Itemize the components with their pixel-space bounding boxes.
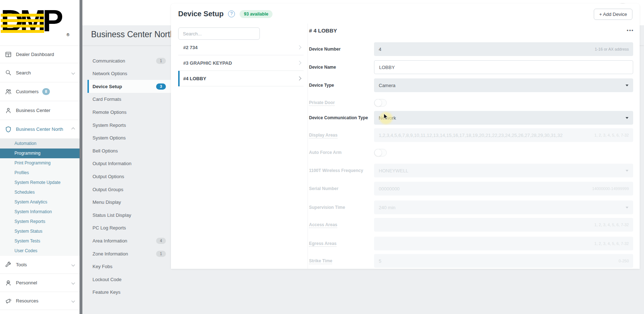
nav-item-zone-information[interactable]: Zone Information1 [87, 247, 171, 260]
dmp-logo[interactable]: DMP ® [1, 3, 70, 39]
nav-item-key-fobs[interactable]: Key Fobs [87, 260, 171, 273]
sidebar-item-dealer-dashboard[interactable]: Dealer Dashboard [0, 46, 80, 63]
field-private-door: Private Door [309, 96, 633, 109]
nav-item-system-options[interactable]: System Options [87, 132, 171, 145]
nav-item-status-list-display[interactable]: Status List Display [87, 208, 171, 221]
sidebar-subitem-schedules[interactable]: Schedules [0, 188, 80, 197]
business-center-north-submenu: AutomationProgrammingPrint ProgrammingPr… [0, 139, 80, 256]
device-name-input[interactable]: LOBBY [374, 60, 633, 74]
sidebar-item-label: Personnel [16, 280, 37, 285]
tools-icon [5, 262, 12, 268]
field-hint: 0-250 [619, 259, 629, 263]
resources-icon [5, 298, 12, 304]
access-areas-input: 1, 2, 3, 4, 5, 6, 7-32 [374, 218, 633, 232]
device-setup-title: Device Setup [178, 10, 224, 18]
device-setup-panel: Device Setup ? 93 available + Add Device… [171, 4, 640, 269]
dropdown-caret-icon [626, 85, 628, 86]
nav-item-output-groups[interactable]: Output Groups [87, 183, 171, 196]
count-badge: 4 [156, 238, 166, 244]
sidebar-subitem-user-codes[interactable]: User Codes [0, 246, 80, 256]
sidebar-item-personnel[interactable]: Personnel [0, 274, 80, 292]
nav-item-device-setup[interactable]: Device Setup3 [87, 80, 171, 93]
device-number-input[interactable]: 41-16 or AX address [374, 42, 633, 56]
help-icon[interactable]: ? [228, 10, 235, 17]
chevron-down-icon [72, 263, 75, 267]
available-badge: 93 available [240, 10, 272, 18]
nav-item-remote-options[interactable]: Remote Options [87, 106, 171, 119]
nav-item-label: Lockout Code [93, 277, 121, 282]
field-label: Display Areas [309, 128, 371, 142]
display-areas-input: 1,2,3,4,5,6,7,8,9,10,11,12,13,14,15,16,1… [374, 128, 633, 142]
field-label: Strike Time [309, 254, 371, 268]
count-badge: 1 [156, 58, 166, 64]
nav-item-output-information[interactable]: Output Information [87, 157, 171, 170]
sidebar-item-business-center-north[interactable]: Business Center North [0, 120, 80, 139]
sidebar-subitem-programming[interactable]: Programming [0, 149, 80, 158]
field-hint: 1-16 or AX address [595, 47, 629, 51]
personnel-icon [5, 280, 12, 286]
nav-item-label: System Options [93, 135, 126, 141]
sidebar-subitem-system-remote-update[interactable]: System Remote Update [0, 178, 80, 188]
nav-item-menu-display[interactable]: Menu Display [87, 196, 171, 209]
nav-item-bell-options[interactable]: Bell Options [87, 144, 171, 157]
nav-item-communication[interactable]: Communication1 [87, 54, 171, 67]
field-1100t-wireless-frequency: 1100T Wireless FrequencyHONEYWELL [309, 164, 633, 177]
nav-item-lockout-code[interactable]: Lockout Code [87, 273, 171, 286]
field-label: Supervision Time [309, 201, 371, 214]
field-label: Device Type [309, 78, 371, 92]
supervision-time-select: 240 min [374, 201, 633, 214]
nav-item-label: System Reports [93, 122, 126, 128]
device-list-item-2-734[interactable]: #2 734 [178, 40, 304, 55]
nav-item-network-options[interactable]: Network Options [87, 67, 171, 80]
sidebar-item-tools[interactable]: Tools [0, 256, 80, 274]
nav-item-label: Remote Options [93, 109, 126, 115]
nav-item-label: Menu Display [93, 199, 121, 205]
sidebar-subitem-automation[interactable]: Automation [0, 139, 80, 149]
field-hint: 1, 2, 3, 4, 5, 6, 7-32 [594, 223, 629, 227]
field-egress-areas: Egress Areas1, 2, 3, 4, 5, 6, 7-32 [309, 237, 633, 250]
nav-item-label: Output Groups [93, 187, 123, 192]
nav-item-output-options[interactable]: Output Options [87, 170, 171, 183]
nav-item-label: Card Formats [93, 96, 121, 102]
toggle-knob [374, 149, 382, 156]
nav-item-feature-keys[interactable]: Feature Keys [87, 286, 171, 299]
1100t-wireless-frequency-select: HONEYWELL [374, 164, 633, 177]
sidebar-subitem-print-programming[interactable]: Print Programming [0, 158, 80, 168]
device-list-item-4-lobby[interactable]: #4 LOBBY [178, 71, 304, 86]
chevron-right-icon [297, 76, 301, 80]
sidebar-subitem-system-analytics[interactable]: System Analytics [0, 197, 80, 207]
sidebar-scrollbar[interactable] [80, 0, 82, 314]
device-search-input[interactable] [178, 27, 260, 40]
nav-item-system-reports[interactable]: System Reports [87, 119, 171, 132]
nav-item-card-formats[interactable]: Card Formats [87, 93, 171, 106]
sidebar-item-label: Resources [16, 298, 38, 304]
device-overflow-menu-icon[interactable]: ••• [627, 27, 634, 33]
sidebar-item-search[interactable]: Search [0, 63, 80, 82]
device-list-item-3-graphic-keypad[interactable]: #3 GRAPHIC KEYPAD [178, 55, 304, 71]
add-device-button[interactable]: + Add Device [594, 9, 632, 20]
sidebar-subitem-system-information[interactable]: System Information [0, 207, 80, 217]
device-type-select[interactable]: Camera [374, 78, 633, 92]
sidebar-item-resources[interactable]: Resources [0, 292, 80, 310]
logo-stripe [1, 19, 44, 22]
field-label: Private Door [309, 96, 371, 109]
sidebar-item-label: Business Center North [16, 126, 63, 132]
chevron-down-icon [72, 281, 75, 285]
person-icon [5, 107, 12, 114]
field-strike-time: Strike Time50-250 [309, 254, 633, 268]
nav-item-area-information[interactable]: Area Information4 [87, 234, 171, 247]
field-label: Device Communication Type [309, 111, 371, 125]
sidebar-item-business-center[interactable]: Business Center [0, 101, 80, 120]
sidebar-item-customers[interactable]: Customers8 [0, 82, 80, 101]
chevron-up-icon [72, 128, 75, 131]
nav-item-pc-log-reports[interactable]: PC Log Reports [87, 221, 171, 235]
nav-item-label: Feature Keys [93, 289, 120, 295]
field-value: LOBBY [379, 65, 395, 70]
sidebar-subitem-system-tests[interactable]: System Tests [0, 236, 80, 246]
field-device-name: Device NameLOBBY [309, 60, 633, 74]
sidebar-subitem-profiles[interactable]: Profiles [0, 168, 80, 178]
device-communication-type-select[interactable]: Network [374, 111, 633, 125]
sidebar-subitem-system-reports[interactable]: System Reports [0, 217, 80, 227]
chevron-right-icon [297, 61, 301, 65]
sidebar-subitem-system-status[interactable]: System Status [0, 227, 80, 236]
